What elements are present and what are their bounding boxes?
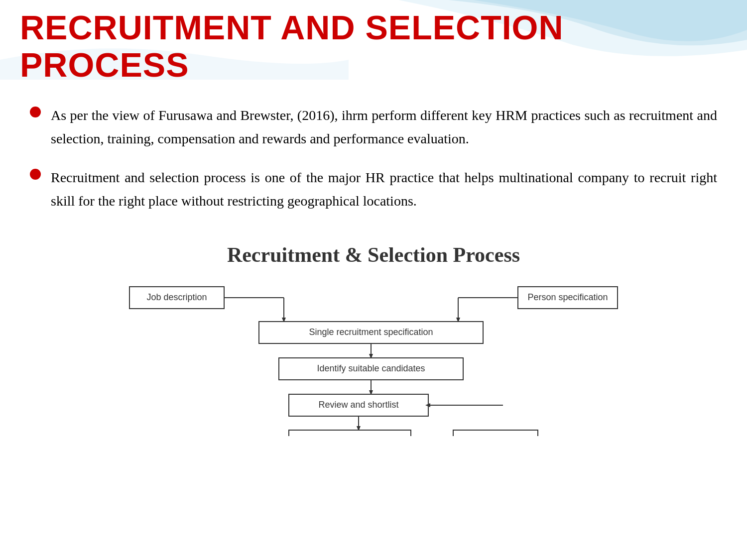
single-recruitment-label: Single recruitment specification <box>309 327 433 337</box>
job-description-label: Job description <box>146 292 207 302</box>
sell-job-label: Sell the job <box>473 436 517 436</box>
bullet-text-2: Recruitment and selection process is one… <box>51 166 717 213</box>
bullet-text-1: As per the view of Furusawa and Brewster… <box>51 104 717 151</box>
person-specification-label: Person specification <box>527 292 608 302</box>
list-item: As per the view of Furusawa and Brewster… <box>30 104 717 151</box>
review-shortlist-label: Review and shortlist <box>318 400 398 410</box>
diagram-section: Recruitment & Selection Process Job desc… <box>0 238 747 448</box>
bullet-dot-1 <box>30 107 41 117</box>
diagram-svg: Job description Person specification Sin… <box>124 282 622 436</box>
select-candidate-label: Select candidate <box>316 436 382 436</box>
bullet-list: As per the view of Furusawa and Brewster… <box>30 104 717 213</box>
content-section: As per the view of Furusawa and Brewster… <box>0 89 747 238</box>
flow-diagram: Job description Person specification Sin… <box>124 282 622 438</box>
title-section: RECRUITMENT AND SELECTION PROCESS <box>0 0 747 89</box>
bullet-dot-2 <box>30 169 41 180</box>
diagram-title: Recruitment & Selection Process <box>30 243 717 267</box>
page-title: RECRUITMENT AND SELECTION PROCESS <box>20 9 727 84</box>
identify-candidates-label: Identify suitable candidates <box>317 363 425 373</box>
list-item: Recruitment and selection process is one… <box>30 166 717 213</box>
